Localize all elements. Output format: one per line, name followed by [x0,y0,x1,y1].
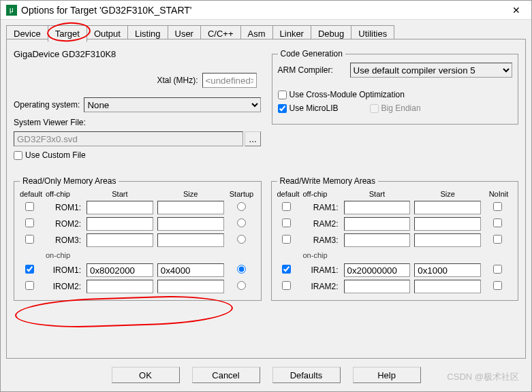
iram2-label: IRAM2: [303,282,340,291]
help-button[interactable]: Help [353,367,421,383]
xtal-input[interactable] [202,73,257,88]
rom2-start[interactable] [87,217,153,231]
irom1-label: IROM1: [46,265,82,275]
cross-module-checkbox[interactable] [278,91,287,99]
rom3-default[interactable] [25,235,34,244]
use-custom-file-checkbox[interactable] [14,151,22,160]
ram1-size[interactable] [414,201,481,214]
rom1-startup[interactable] [237,202,246,211]
codegen-legend: Code Generation [278,49,345,59]
cancel-button[interactable]: Cancel [192,367,260,383]
irom1-size[interactable] [157,263,224,277]
ro-hdr-offchip: off-chip [46,190,82,198]
iram2-noinit[interactable] [493,281,502,290]
ram2-label: RAM2: [303,219,340,229]
ram2-default[interactable] [282,218,291,227]
codegen-group: Code Generation ARM Compiler: Use defaul… [272,49,519,125]
use-custom-file-label: Use Custom File [25,150,86,160]
ro-hdr-default: default [20,190,42,198]
ram2-start[interactable] [344,217,411,231]
ram3-start[interactable] [344,233,411,247]
sysviewer-label: System Viewer File: [14,118,86,127]
rw-hdr-offchip: off-chip [303,190,340,198]
iram2-default[interactable] [282,281,291,290]
irom2-label: IROM2: [46,282,82,291]
ram1-label: RAM1: [303,203,340,212]
sysviewer-input[interactable] [14,131,243,146]
cross-module-label: Use Cross-Module Optimization [290,90,405,99]
readonly-legend: Read/Only Memory Areas [20,176,119,186]
rom1-size[interactable] [157,201,224,214]
irom2-default[interactable] [25,281,34,290]
window-title: Options for Target 'GD32F310K_START' [21,5,507,16]
irom1-startup[interactable] [237,265,246,274]
iram2-start[interactable] [344,280,411,293]
rw-hdr-size: Size [414,190,481,198]
xtal-label: Xtal (MHz): [157,76,198,85]
ram2-size[interactable] [414,217,481,231]
readonly-mem-group: Read/Only Memory Areas default off-chip … [14,176,262,301]
rom1-start[interactable] [87,201,153,214]
ram3-default[interactable] [282,235,291,244]
ro-hdr-size: Size [157,190,224,198]
iram1-noinit[interactable] [493,265,502,274]
rom1-label: ROM1: [46,203,82,212]
os-label: Operating system: [14,100,80,110]
bigendian-checkbox [370,104,379,113]
rw-hdr-noinit: NoInit [485,190,512,198]
iram1-start[interactable] [344,263,411,277]
rom3-label: ROM3: [46,235,82,245]
microlib-label: Use MicroLIB [290,103,339,113]
iram1-label: IRAM1: [303,265,340,275]
target-panel: GigaDevice GD32F310K8 Xtal (MHz): Operat… [6,39,526,359]
rw-hdr-start: Start [344,190,411,198]
iram2-size[interactable] [414,280,481,293]
ram3-noinit[interactable] [493,235,502,244]
rom2-default[interactable] [25,218,34,227]
ram3-label: RAM3: [303,235,340,245]
ok-button[interactable]: OK [112,367,180,383]
irom2-size[interactable] [157,280,224,293]
sysviewer-browse-button[interactable]: ... [245,131,261,146]
iram1-default[interactable] [282,265,291,274]
rw-onchip-label: on-chip [303,250,513,261]
rom2-startup[interactable] [237,218,246,227]
readwrite-legend: Read/Write Memory Areas [277,176,379,186]
ram2-noinit[interactable] [493,218,502,227]
close-icon[interactable]: ✕ [507,5,526,16]
ro-onchip-label: on-chip [46,250,255,261]
ro-hdr-start: Start [87,190,153,198]
rom3-size[interactable] [157,233,224,247]
ram3-size[interactable] [414,233,481,247]
title-bar: μ Options for Target 'GD32F310K_START' ✕ [1,1,531,20]
os-select[interactable]: None [84,97,260,112]
rom3-startup[interactable] [237,235,246,244]
ro-hdr-startup: Startup [228,190,255,198]
irom1-start[interactable] [87,263,153,277]
ram1-default[interactable] [282,202,291,211]
compiler-select[interactable]: Use default compiler version 5 [350,63,513,78]
rom3-start[interactable] [87,233,153,247]
rom1-default[interactable] [25,202,34,211]
tab-target[interactable]: Target [48,25,87,42]
ram1-noinit[interactable] [493,202,502,211]
defaults-button[interactable]: Defaults [272,367,341,383]
irom2-startup[interactable] [237,281,246,290]
rom2-label: ROM2: [46,219,82,229]
compiler-label: ARM Compiler: [278,65,346,75]
device-name: GigaDevice GD32F310K8 [14,49,261,59]
readwrite-mem-group: Read/Write Memory Areas default off-chip… [271,176,519,301]
irom2-start[interactable] [87,280,153,293]
iram1-size[interactable] [414,263,481,277]
microlib-checkbox[interactable] [278,104,287,113]
app-icon: μ [6,5,17,16]
rw-hdr-default: default [277,190,299,198]
irom1-default[interactable] [25,265,34,274]
ram1-start[interactable] [344,201,411,214]
dialog-buttons: OK Cancel Defaults Help [1,367,531,383]
bigendian-label: Big Endian [381,103,421,113]
rom2-size[interactable] [157,217,224,231]
